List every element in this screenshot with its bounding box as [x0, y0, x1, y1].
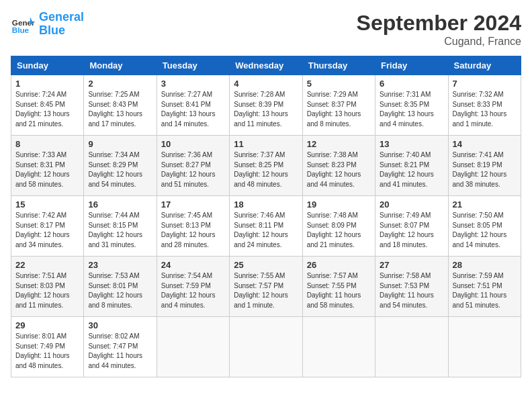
day-number: 23: [88, 260, 152, 270]
day-info: Sunrise: 7:45 AM Sunset: 8:13 PM Dayligh…: [161, 211, 225, 250]
day-number: 5: [307, 79, 371, 89]
day-info: Sunrise: 7:34 AM Sunset: 8:29 PM Dayligh…: [88, 150, 152, 189]
day-cell: 24Sunrise: 7:54 AM Sunset: 7:59 PM Dayli…: [157, 257, 229, 317]
day-info: Sunrise: 8:02 AM Sunset: 7:47 PM Dayligh…: [88, 332, 152, 371]
day-info: Sunrise: 7:57 AM Sunset: 7:55 PM Dayligh…: [307, 271, 371, 310]
day-cell: 22Sunrise: 7:51 AM Sunset: 8:03 PM Dayli…: [11, 257, 84, 317]
day-number: 16: [88, 199, 152, 210]
day-cell: [230, 317, 302, 377]
day-info: Sunrise: 7:48 AM Sunset: 8:09 PM Dayligh…: [307, 211, 371, 250]
day-info: Sunrise: 7:46 AM Sunset: 8:11 PM Dayligh…: [234, 211, 298, 250]
day-info: Sunrise: 7:53 AM Sunset: 8:01 PM Dayligh…: [88, 271, 152, 310]
week-row-1: 1Sunrise: 7:24 AM Sunset: 8:45 PM Daylig…: [11, 75, 521, 136]
day-info: Sunrise: 7:42 AM Sunset: 8:17 PM Dayligh…: [15, 211, 79, 250]
day-cell: 6Sunrise: 7:31 AM Sunset: 8:35 PM Daylig…: [375, 75, 448, 136]
day-cell: 8Sunrise: 7:33 AM Sunset: 8:31 PM Daylig…: [11, 136, 84, 196]
day-cell: 17Sunrise: 7:45 AM Sunset: 8:13 PM Dayli…: [157, 196, 229, 257]
day-info: Sunrise: 7:29 AM Sunset: 8:37 PM Dayligh…: [307, 90, 371, 129]
day-info: Sunrise: 7:55 AM Sunset: 7:57 PM Dayligh…: [234, 271, 298, 310]
page-header: General Blue GeneralBlue September 2024 …: [11, 11, 521, 48]
day-info: Sunrise: 7:28 AM Sunset: 8:39 PM Dayligh…: [234, 90, 298, 129]
day-info: Sunrise: 7:51 AM Sunset: 8:03 PM Dayligh…: [15, 271, 79, 310]
day-number: 27: [380, 260, 443, 270]
location: Cugand, France: [357, 36, 521, 48]
day-cell: [448, 317, 521, 377]
day-cell: [302, 317, 375, 377]
day-info: Sunrise: 7:49 AM Sunset: 8:07 PM Dayligh…: [380, 211, 443, 250]
day-number: 11: [234, 139, 298, 149]
day-cell: 2Sunrise: 7:25 AM Sunset: 8:43 PM Daylig…: [84, 75, 157, 136]
week-row-4: 22Sunrise: 7:51 AM Sunset: 8:03 PM Dayli…: [11, 257, 521, 317]
day-info: Sunrise: 7:41 AM Sunset: 8:19 PM Dayligh…: [453, 150, 517, 189]
day-cell: 9Sunrise: 7:34 AM Sunset: 8:29 PM Daylig…: [84, 136, 157, 196]
day-cell: 21Sunrise: 7:50 AM Sunset: 8:05 PM Dayli…: [448, 196, 521, 257]
day-info: Sunrise: 8:01 AM Sunset: 7:49 PM Dayligh…: [15, 332, 79, 371]
week-row-2: 8Sunrise: 7:33 AM Sunset: 8:31 PM Daylig…: [11, 136, 521, 196]
day-cell: 13Sunrise: 7:40 AM Sunset: 8:21 PM Dayli…: [375, 136, 448, 196]
day-cell: 5Sunrise: 7:29 AM Sunset: 8:37 PM Daylig…: [302, 75, 375, 136]
day-number: 2: [88, 79, 152, 89]
logo-text: GeneralBlue: [39, 11, 84, 38]
day-cell: 25Sunrise: 7:55 AM Sunset: 7:57 PM Dayli…: [230, 257, 302, 317]
title-block: September 2024 Cugand, France: [357, 11, 521, 48]
day-info: Sunrise: 7:58 AM Sunset: 7:53 PM Dayligh…: [380, 271, 443, 310]
day-info: Sunrise: 7:25 AM Sunset: 8:43 PM Dayligh…: [88, 90, 152, 129]
day-cell: [157, 317, 229, 377]
day-number: 8: [15, 139, 79, 149]
day-cell: 27Sunrise: 7:58 AM Sunset: 7:53 PM Dayli…: [375, 257, 448, 317]
column-headers: SundayMondayTuesdayWednesdayThursdayFrid…: [11, 56, 521, 75]
day-info: Sunrise: 7:31 AM Sunset: 8:35 PM Dayligh…: [380, 90, 443, 129]
day-number: 20: [380, 199, 443, 210]
day-cell: 30Sunrise: 8:02 AM Sunset: 7:47 PM Dayli…: [84, 317, 157, 377]
day-number: 10: [161, 139, 225, 149]
calendar-body: 1Sunrise: 7:24 AM Sunset: 8:45 PM Daylig…: [11, 75, 521, 377]
col-friday: Friday: [375, 56, 448, 75]
day-info: Sunrise: 7:33 AM Sunset: 8:31 PM Dayligh…: [15, 150, 79, 189]
day-number: 21: [453, 199, 517, 210]
day-cell: 26Sunrise: 7:57 AM Sunset: 7:55 PM Dayli…: [302, 257, 375, 317]
day-info: Sunrise: 7:59 AM Sunset: 7:51 PM Dayligh…: [453, 271, 517, 310]
day-number: 18: [234, 199, 298, 210]
day-info: Sunrise: 7:44 AM Sunset: 8:15 PM Dayligh…: [88, 211, 152, 250]
day-info: Sunrise: 7:54 AM Sunset: 7:59 PM Dayligh…: [161, 271, 225, 310]
day-number: 7: [453, 79, 517, 89]
day-cell: 16Sunrise: 7:44 AM Sunset: 8:15 PM Dayli…: [84, 196, 157, 257]
day-number: 9: [88, 139, 152, 149]
col-thursday: Thursday: [302, 56, 375, 75]
day-cell: 10Sunrise: 7:36 AM Sunset: 8:27 PM Dayli…: [157, 136, 229, 196]
day-info: Sunrise: 7:27 AM Sunset: 8:41 PM Dayligh…: [161, 90, 225, 129]
day-number: 13: [380, 139, 443, 149]
col-tuesday: Tuesday: [157, 56, 229, 75]
day-info: Sunrise: 7:50 AM Sunset: 8:05 PM Dayligh…: [453, 211, 517, 250]
day-number: 22: [15, 260, 79, 270]
day-cell: [375, 317, 448, 377]
day-cell: 4Sunrise: 7:28 AM Sunset: 8:39 PM Daylig…: [230, 75, 302, 136]
col-saturday: Saturday: [448, 56, 521, 75]
day-cell: 14Sunrise: 7:41 AM Sunset: 8:19 PM Dayli…: [448, 136, 521, 196]
week-row-5: 29Sunrise: 8:01 AM Sunset: 7:49 PM Dayli…: [11, 317, 521, 377]
day-number: 4: [234, 79, 298, 89]
day-cell: 28Sunrise: 7:59 AM Sunset: 7:51 PM Dayli…: [448, 257, 521, 317]
day-cell: 12Sunrise: 7:38 AM Sunset: 8:23 PM Dayli…: [302, 136, 375, 196]
day-number: 17: [161, 199, 225, 210]
logo-icon: General Blue: [11, 12, 35, 36]
day-cell: 11Sunrise: 7:37 AM Sunset: 8:25 PM Dayli…: [230, 136, 302, 196]
day-number: 6: [380, 79, 443, 89]
day-number: 24: [161, 260, 225, 270]
day-number: 14: [453, 139, 517, 149]
day-number: 30: [88, 320, 152, 330]
day-info: Sunrise: 7:24 AM Sunset: 8:45 PM Dayligh…: [15, 90, 79, 129]
day-cell: 7Sunrise: 7:32 AM Sunset: 8:33 PM Daylig…: [448, 75, 521, 136]
day-info: Sunrise: 7:37 AM Sunset: 8:25 PM Dayligh…: [234, 150, 298, 189]
day-info: Sunrise: 7:32 AM Sunset: 8:33 PM Dayligh…: [453, 90, 517, 129]
day-number: 15: [15, 199, 79, 210]
col-wednesday: Wednesday: [230, 56, 302, 75]
day-number: 3: [161, 79, 225, 89]
day-cell: 23Sunrise: 7:53 AM Sunset: 8:01 PM Dayli…: [84, 257, 157, 317]
svg-text:Blue: Blue: [12, 25, 30, 34]
week-row-3: 15Sunrise: 7:42 AM Sunset: 8:17 PM Dayli…: [11, 196, 521, 257]
day-info: Sunrise: 7:40 AM Sunset: 8:21 PM Dayligh…: [380, 150, 443, 189]
col-monday: Monday: [84, 56, 157, 75]
day-number: 1: [15, 79, 79, 89]
day-cell: 18Sunrise: 7:46 AM Sunset: 8:11 PM Dayli…: [230, 196, 302, 257]
